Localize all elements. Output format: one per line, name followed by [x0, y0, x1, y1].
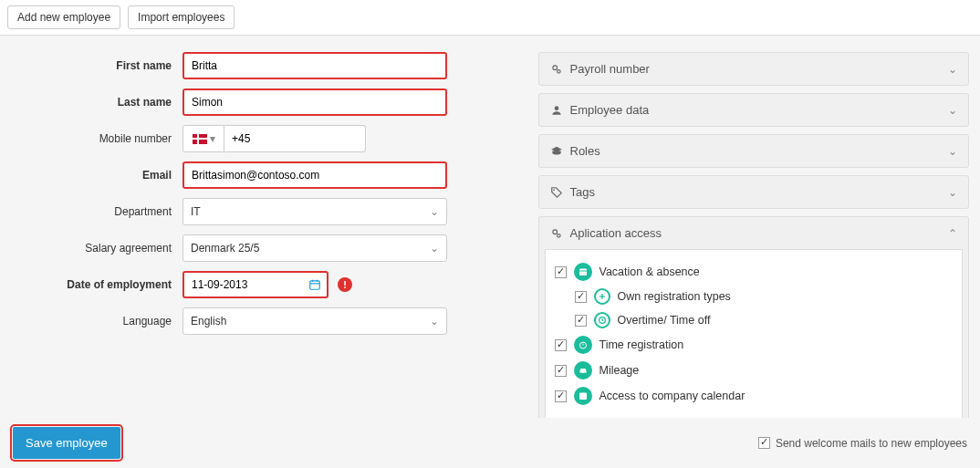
- chevron-down-icon: ⌄: [430, 242, 439, 255]
- payroll-panel: Payroll number ⌄: [538, 52, 970, 86]
- svg-line-16: [602, 320, 603, 321]
- tags-panel-header[interactable]: Tags ⌄: [539, 176, 969, 208]
- svg-point-6: [554, 106, 558, 110]
- mobile-input[interactable]: [224, 125, 366, 152]
- svg-point-9: [557, 234, 560, 237]
- content-area: First name Last name Mobile number ▾: [0, 36, 980, 440]
- form-column: First name Last name Mobile number ▾: [11, 52, 538, 432]
- roles-panel: Roles ⌄: [538, 134, 970, 168]
- email-label: Email: [11, 169, 182, 182]
- employee-form-page: Add new employee Import employees First …: [0, 0, 980, 468]
- panel-title: Roles: [570, 144, 600, 158]
- calendar-round-icon: [574, 263, 592, 281]
- access-label: Mileage: [599, 364, 640, 377]
- first-name-label: First name: [11, 59, 182, 72]
- stopwatch-icon: [574, 336, 592, 354]
- time-reg-checkbox[interactable]: [555, 339, 567, 351]
- welcome-mail-label: Send welcome mails to new employees: [776, 437, 967, 450]
- department-label: Department: [11, 205, 182, 218]
- country-code-selector[interactable]: ▾: [182, 125, 224, 152]
- overtime-checkbox[interactable]: [575, 315, 587, 327]
- svg-point-20: [584, 372, 586, 374]
- chevron-down-icon: ⌄: [948, 63, 957, 76]
- panels-column: Payroll number ⌄ Employee data ⌄: [538, 52, 970, 432]
- chevron-up-icon: ⌃: [948, 227, 957, 240]
- calendar-icon[interactable]: [308, 278, 321, 291]
- calendar-check-icon: [574, 387, 592, 405]
- panel-title: Employee data: [570, 103, 650, 117]
- clock-icon: [594, 312, 610, 328]
- add-new-employee-button[interactable]: Add new employee: [7, 5, 120, 29]
- access-label: Access to company calendar: [599, 390, 745, 402]
- access-label: Time registration: [599, 338, 684, 351]
- app-access-body: Vacation & absence Own registration type…: [545, 249, 964, 419]
- import-employees-button[interactable]: Import employees: [128, 5, 235, 29]
- svg-point-8: [552, 229, 557, 234]
- salary-label: Salary agreement: [11, 242, 182, 255]
- footer-bar: Save employee Send welcome mails to new …: [0, 418, 980, 468]
- tags-icon: [550, 186, 563, 199]
- top-toolbar: Add new employee Import employees: [0, 0, 980, 36]
- tags-panel: Tags ⌄: [538, 175, 970, 209]
- error-icon: !: [338, 277, 352, 292]
- welcome-mail-checkbox[interactable]: [758, 437, 770, 449]
- graduation-cap-icon: [550, 145, 563, 158]
- access-label: Overtime/ Time off: [618, 314, 711, 327]
- language-label: Language: [11, 315, 182, 328]
- mileage-checkbox[interactable]: [555, 365, 567, 377]
- employee-data-panel-header[interactable]: Employee data ⌄: [539, 94, 969, 126]
- gears-icon: [550, 227, 563, 240]
- gears-icon: [550, 63, 563, 76]
- payroll-panel-header[interactable]: Payroll number ⌄: [539, 53, 969, 85]
- chevron-down-icon: ⌄: [430, 205, 439, 218]
- date-label: Date of employment: [11, 278, 182, 291]
- vacation-checkbox[interactable]: [555, 266, 567, 278]
- chevron-down-icon: ⌄: [948, 186, 957, 199]
- svg-rect-0: [310, 281, 320, 289]
- last-name-input[interactable]: [182, 88, 447, 116]
- app-access-panel-header[interactable]: Aplication access ⌃: [539, 217, 969, 249]
- person-icon: [550, 104, 563, 117]
- date-input[interactable]: [182, 271, 328, 298]
- panel-title: Tags: [570, 185, 595, 199]
- email-input[interactable]: [182, 161, 447, 189]
- svg-point-19: [580, 372, 582, 374]
- employee-data-panel: Employee data ⌄: [538, 93, 970, 127]
- roles-panel-header[interactable]: Roles ⌄: [539, 135, 969, 167]
- panel-title: Payroll number: [570, 62, 650, 76]
- department-select[interactable]: IT ⌄: [182, 198, 447, 225]
- app-access-panel: Aplication access ⌃ Vacation & absence O…: [538, 216, 970, 425]
- svg-rect-21: [579, 393, 587, 400]
- department-value: IT: [191, 205, 201, 218]
- chevron-down-icon: ⌄: [430, 315, 439, 328]
- last-name-label: Last name: [11, 96, 182, 109]
- save-employee-button[interactable]: Save employee: [13, 427, 120, 459]
- svg-point-7: [553, 189, 555, 191]
- chevron-down-icon: ⌄: [948, 145, 957, 158]
- denmark-flag-icon: [193, 134, 207, 144]
- chevron-down-icon: ▾: [210, 132, 215, 145]
- salary-select[interactable]: Denmark 25/5 ⌄: [182, 234, 447, 262]
- first-name-input[interactable]: [182, 52, 447, 79]
- svg-point-5: [557, 69, 560, 73]
- own-reg-checkbox[interactable]: [575, 291, 587, 303]
- calendar-access-checkbox[interactable]: [555, 390, 567, 402]
- access-label: Own registration types: [618, 290, 731, 303]
- access-label: Vacation & absence: [599, 265, 700, 278]
- language-value: English: [191, 315, 226, 328]
- panel-title: Aplication access: [570, 226, 662, 240]
- svg-point-4: [552, 65, 557, 69]
- svg-rect-10: [579, 269, 587, 276]
- salary-value: Denmark 25/5: [191, 242, 259, 255]
- mobile-label: Mobile number: [11, 132, 182, 145]
- chevron-down-icon: ⌄: [948, 104, 957, 117]
- language-select[interactable]: English ⌄: [182, 307, 447, 335]
- car-icon: [574, 361, 592, 380]
- plus-circle-icon: [594, 288, 610, 305]
